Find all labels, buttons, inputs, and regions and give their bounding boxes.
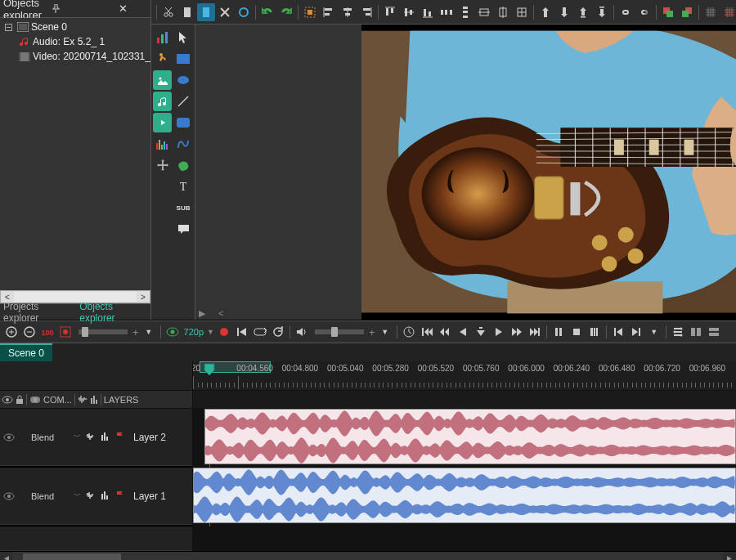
chevron-down-icon[interactable]: ﹀ xyxy=(74,432,81,442)
zoom-slider[interactable] xyxy=(79,329,128,334)
playhead-marker[interactable] xyxy=(204,363,215,376)
forward-button[interactable] xyxy=(509,324,525,340)
align-left-button[interactable] xyxy=(320,3,338,21)
tab-objects-explorer[interactable]: Objects explorer xyxy=(79,301,147,324)
zoom-100-button[interactable]: 100 xyxy=(39,324,56,340)
settings-3-button[interactable] xyxy=(706,324,722,340)
equalizer-tool-button[interactable] xyxy=(153,134,173,154)
eye-icon[interactable] xyxy=(3,492,16,500)
align-top-button[interactable] xyxy=(381,3,399,21)
cut-button[interactable] xyxy=(159,3,177,21)
timeline-h-scrollbar[interactable]: ◄ ► xyxy=(0,551,736,560)
blend-mode[interactable]: Blend xyxy=(31,432,70,442)
flag-icon[interactable] xyxy=(114,432,125,441)
quality-label[interactable]: 720p xyxy=(182,327,205,337)
redo-button[interactable] xyxy=(277,3,295,21)
chevron-left-icon[interactable]: < xyxy=(218,308,223,318)
text-tool-button[interactable]: T xyxy=(173,177,193,196)
refresh-button[interactable] xyxy=(270,324,286,340)
waveform-icon[interactable] xyxy=(84,432,96,441)
bars-icon[interactable] xyxy=(99,491,110,500)
play-icon[interactable]: ▶ xyxy=(199,308,205,319)
record-button[interactable] xyxy=(216,324,232,340)
pointer-tool-button[interactable] xyxy=(173,28,193,47)
distribute-v-button[interactable] xyxy=(456,3,474,21)
subtitle-tool-button[interactable]: SUB xyxy=(173,198,193,217)
pause-button[interactable] xyxy=(550,324,567,340)
eye-icon[interactable] xyxy=(3,433,16,441)
empty-track[interactable] xyxy=(0,526,192,551)
tree-item-scene[interactable]: Scene 0 xyxy=(0,20,150,34)
blend-icon[interactable] xyxy=(29,395,41,405)
layer-name[interactable]: Layer 1 xyxy=(133,491,166,502)
clone-1-button[interactable] xyxy=(659,3,677,21)
align-right-button[interactable] xyxy=(357,3,375,21)
waveform-icon[interactable] xyxy=(78,395,88,405)
distribute-h-button[interactable] xyxy=(438,3,456,21)
blend-mode[interactable]: Blend xyxy=(31,491,70,501)
video-tool-button[interactable] xyxy=(153,113,173,132)
fit-button[interactable] xyxy=(57,324,74,340)
marker-prev-button[interactable] xyxy=(610,324,626,340)
ellipse-tool-button[interactable] xyxy=(173,70,193,90)
layer-name[interactable]: Layer 2 xyxy=(133,432,166,443)
same-width-button[interactable] xyxy=(475,3,493,21)
lock-icon[interactable] xyxy=(16,395,24,405)
bars-icon[interactable] xyxy=(99,432,110,441)
circle-tool-button[interactable] xyxy=(235,3,253,21)
stop-2-button[interactable] xyxy=(568,324,585,340)
tree-item-audio[interactable]: Audio: Ex 5.2_ 1 xyxy=(0,34,150,49)
marker-next-button[interactable] xyxy=(628,324,644,340)
pin-icon[interactable] xyxy=(52,4,100,13)
zoom-out-button[interactable] xyxy=(21,324,38,340)
go-end-button[interactable] xyxy=(527,324,543,340)
eye-icon[interactable] xyxy=(2,396,13,404)
blob-tool-button[interactable] xyxy=(173,155,193,175)
rewind-button[interactable] xyxy=(437,324,453,340)
time-ruler[interactable]: 2000:04.56000:04.80000:05.04000:05.28000… xyxy=(193,361,736,390)
stop-button[interactable] xyxy=(473,324,489,340)
link-button[interactable] xyxy=(617,3,635,21)
audio-tool-button[interactable] xyxy=(153,92,173,111)
scroll-left-icon[interactable]: ◄ xyxy=(0,552,13,560)
select-tool-button[interactable] xyxy=(178,3,196,21)
rectangle-tool-button[interactable] xyxy=(173,49,193,69)
loop-toggle-button[interactable] xyxy=(252,324,268,340)
tree-item-video[interactable]: Video: 20200714_102331_ xyxy=(0,49,150,64)
comment-tool-button[interactable] xyxy=(173,219,193,239)
clone-2-button[interactable] xyxy=(678,3,696,21)
track-header[interactable]: Blend ﹀ Layer 1 xyxy=(0,468,192,525)
scroll-right-icon[interactable]: ► xyxy=(723,552,736,560)
settings-2-button[interactable] xyxy=(688,324,704,340)
track-header[interactable]: Blend ﹀ Layer 2 xyxy=(0,409,192,466)
tab-projects-explorer[interactable]: Projects explorer xyxy=(3,301,73,324)
scene-tab[interactable]: Scene 0 xyxy=(0,343,52,361)
send-backward-button[interactable] xyxy=(555,3,573,21)
volume-dropdown-button[interactable]: ▼ xyxy=(377,324,393,340)
waveform-icon[interactable] xyxy=(84,491,96,500)
go-start-button[interactable] xyxy=(419,324,435,340)
preview-viewport[interactable]: ▶ < xyxy=(195,25,736,320)
chart-tool-button[interactable] xyxy=(153,28,173,47)
align-bottom-button[interactable] xyxy=(419,3,437,21)
chevron-down-icon[interactable]: ﹀ xyxy=(74,491,81,501)
group-selection-button[interactable] xyxy=(301,3,319,21)
volume-button[interactable] xyxy=(294,324,310,340)
bring-forward-button[interactable] xyxy=(536,3,554,21)
play-button[interactable] xyxy=(491,324,507,340)
motion-tool-button[interactable] xyxy=(153,49,173,69)
settings-1-button[interactable] xyxy=(670,324,686,340)
audio-clip[interactable] xyxy=(193,468,736,523)
zoom-dropdown-button[interactable]: ▼ xyxy=(141,324,157,340)
align-middle-button[interactable] xyxy=(400,3,418,21)
rect-tool-button[interactable] xyxy=(197,3,215,21)
x-tool-button[interactable] xyxy=(216,3,234,21)
zoom-in-button[interactable] xyxy=(3,324,20,340)
freeform-tool-button[interactable] xyxy=(173,134,193,154)
marker-dropdown-button[interactable]: ▼ xyxy=(646,324,662,340)
send-to-back-button[interactable] xyxy=(593,3,611,21)
rounded-rect-tool-button[interactable] xyxy=(173,113,193,132)
move-tool-button[interactable] xyxy=(153,155,173,175)
skip-start-2-button[interactable] xyxy=(234,324,250,340)
bring-to-front-button[interactable] xyxy=(574,3,592,21)
